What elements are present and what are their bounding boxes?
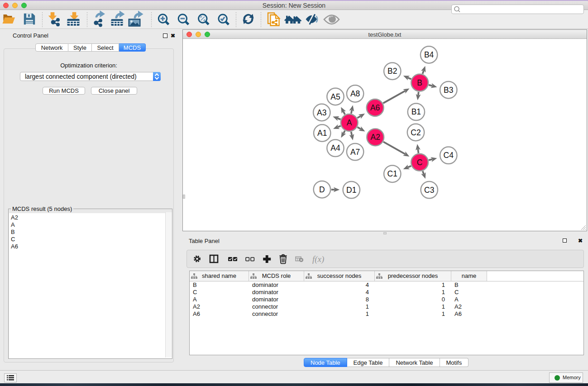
svg-text:A1: A1 bbox=[317, 129, 327, 138]
svg-text:C3: C3 bbox=[424, 186, 434, 195]
svg-text:A3: A3 bbox=[317, 108, 326, 117]
svg-text:B1: B1 bbox=[411, 107, 421, 116]
svg-text:A2: A2 bbox=[370, 133, 380, 142]
svg-text:B2: B2 bbox=[387, 67, 397, 76]
svg-text:C1: C1 bbox=[387, 169, 397, 178]
svg-text:C: C bbox=[417, 158, 423, 167]
svg-text:A5: A5 bbox=[330, 92, 340, 101]
svg-text:A8: A8 bbox=[350, 89, 360, 98]
svg-text:A6: A6 bbox=[370, 103, 380, 112]
svg-text:D: D bbox=[319, 185, 325, 194]
svg-text:C2: C2 bbox=[411, 128, 421, 137]
svg-text:B: B bbox=[417, 78, 422, 87]
svg-text:B3: B3 bbox=[444, 86, 453, 95]
svg-text:A4: A4 bbox=[330, 143, 340, 152]
svg-text:D1: D1 bbox=[346, 186, 356, 195]
svg-text:C4: C4 bbox=[444, 151, 454, 160]
svg-text:A7: A7 bbox=[350, 148, 360, 157]
svg-text:f(x): f(x) bbox=[312, 254, 324, 264]
svg-text:B4: B4 bbox=[424, 50, 434, 59]
svg-text:A: A bbox=[347, 118, 352, 127]
